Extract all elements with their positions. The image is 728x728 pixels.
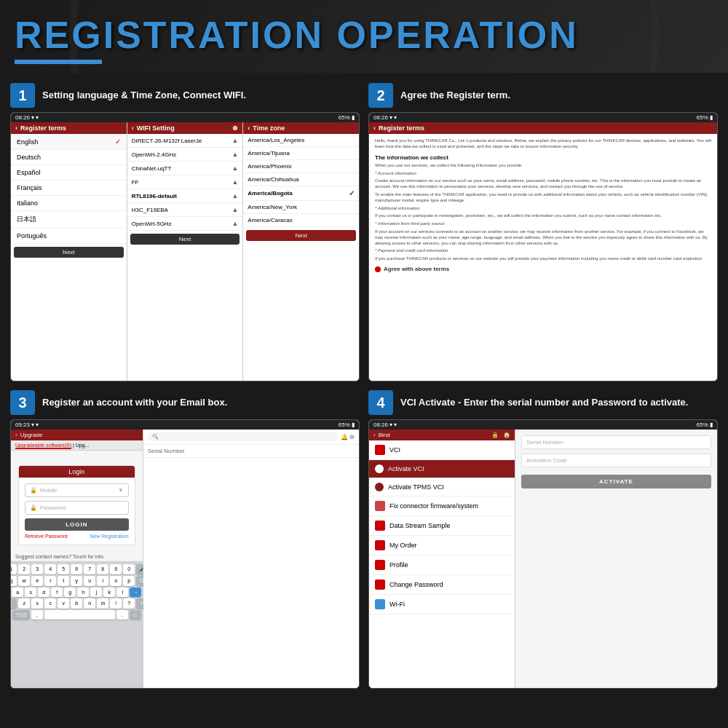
language-panel-header: ‹ Register terms bbox=[11, 122, 127, 134]
password-field[interactable]: 🔒 Password bbox=[25, 501, 129, 515]
kb-key-l[interactable]: l bbox=[116, 587, 128, 597]
kb-key-enter[interactable]: → bbox=[130, 587, 141, 597]
menu-item-activate-tpms[interactable]: Activate TPMS VCI bbox=[369, 478, 515, 496]
tz-item-3[interactable]: America/Phoenix bbox=[243, 160, 359, 173]
tz-item-6[interactable]: America/New_York bbox=[243, 201, 359, 214]
kb-key-period[interactable]: . bbox=[116, 610, 128, 620]
wifi-item-5[interactable]: RTL8196-default ▲ bbox=[127, 189, 243, 203]
lang-item-italiano[interactable]: Italiano bbox=[11, 196, 127, 211]
kb-key-r[interactable]: r bbox=[44, 576, 56, 586]
tz-next-button[interactable]: Next bbox=[246, 230, 356, 241]
terms-agree-row[interactable]: Agree with above terms bbox=[375, 265, 711, 273]
kb-key-d[interactable]: d bbox=[38, 587, 50, 597]
lang-item-english[interactable]: English ✓ bbox=[11, 134, 127, 150]
kb-key-space[interactable] bbox=[44, 610, 115, 620]
kb-key-c[interactable]: c bbox=[44, 598, 56, 609]
new-registration-link[interactable]: New Registration bbox=[90, 534, 128, 539]
kb-key-m[interactable]: m bbox=[97, 598, 108, 609]
tz-item-1[interactable]: America/Los_Angeles bbox=[243, 134, 359, 147]
kb-key-a[interactable]: a bbox=[12, 587, 23, 597]
kb-key-4[interactable]: 4 bbox=[44, 564, 56, 574]
kb-key-5[interactable]: 5 bbox=[58, 564, 69, 574]
wifi-item-3[interactable]: ChinaNet-uqTT ▲ bbox=[127, 162, 243, 175]
menu-item-vci[interactable]: VCI bbox=[369, 440, 515, 460]
kb-key-w[interactable]: w bbox=[18, 576, 30, 586]
wifi-item-6[interactable]: H3C_F19EBA ▲ bbox=[127, 203, 243, 217]
menu-item-activate-vci[interactable]: Activate VCI bbox=[369, 460, 515, 478]
kb-key-emoji[interactable]: ☺ bbox=[130, 610, 141, 620]
kb-key-u[interactable]: u bbox=[84, 576, 95, 586]
wifi-item-2[interactable]: OpenWrt-2.4GHz ▲ bbox=[127, 148, 243, 162]
login-modal-title: Login bbox=[19, 466, 135, 478]
kb-key-o[interactable]: o bbox=[110, 576, 122, 586]
wifi-next-button[interactable]: Next bbox=[130, 234, 240, 245]
kb-key-shift[interactable]: ⇧ bbox=[11, 598, 17, 609]
kb-key-j[interactable]: j bbox=[90, 587, 102, 597]
kb-key-9[interactable]: 9 bbox=[110, 564, 122, 574]
kb-key-n[interactable]: n bbox=[84, 598, 95, 609]
kb-key-y[interactable]: y bbox=[71, 576, 82, 586]
kb-key-3[interactable]: 3 bbox=[31, 564, 43, 574]
kb-key-v[interactable]: v bbox=[58, 598, 69, 609]
wifi-item-1[interactable]: DIRECT-26-M132f LaserJe ▲ bbox=[127, 134, 243, 148]
menu-item-fix-connector[interactable]: Fix connector firmware/system bbox=[369, 496, 515, 516]
language-list: English ✓ Deutsch Español Français bbox=[11, 134, 127, 381]
activation-code-field[interactable]: Activation Code bbox=[521, 454, 711, 467]
lang-item-deutsch[interactable]: Deutsch bbox=[11, 150, 127, 165]
lang-next-button[interactable]: Next bbox=[14, 247, 124, 258]
wifi-item-7[interactable]: OpenWrt-5GHz ▲ bbox=[127, 217, 243, 231]
lang-item-japanese[interactable]: 日本語 bbox=[11, 211, 127, 229]
step-3-cell: 3 Register an account with your Email bo… bbox=[6, 386, 364, 693]
lang-item-francais[interactable]: Français bbox=[11, 181, 127, 196]
kb-key-123[interactable]: ?123 bbox=[12, 610, 30, 620]
menu-item-wifi[interactable]: Wi-Fi bbox=[369, 595, 515, 614]
search-bar[interactable]: 🔍 bbox=[148, 432, 338, 441]
menu-item-data-stream[interactable]: Data Stream Sample bbox=[369, 516, 515, 536]
menu-item-change-password[interactable]: Change Password bbox=[369, 575, 515, 595]
serial-number-field[interactable]: Serial Number bbox=[521, 435, 711, 449]
terms-sub3-text: If you contact us or participate in inve… bbox=[375, 213, 711, 219]
wifi-item-4[interactable]: FF ▲ bbox=[127, 175, 243, 189]
kb-key-b[interactable]: b bbox=[71, 598, 82, 609]
kb-key-1[interactable]: 1 bbox=[11, 564, 17, 574]
retrieve-password-link[interactable]: Retrieve Password bbox=[25, 534, 68, 539]
tz-item-2[interactable]: America/Tijuana bbox=[243, 147, 359, 160]
kb-key-6[interactable]: 6 bbox=[71, 564, 82, 574]
kb-key-h[interactable]: h bbox=[77, 587, 89, 597]
kb-key-8[interactable]: 8 bbox=[97, 564, 108, 574]
step-4-device: 08:26 ▾ ▾ 65% ▮ ‹ Bind 🔒 🏠 bbox=[368, 419, 718, 689]
kb-key-7[interactable]: 7 bbox=[84, 564, 95, 574]
kb-key-g[interactable]: g bbox=[64, 587, 76, 597]
kb-key-i[interactable]: i bbox=[97, 576, 108, 586]
login-button[interactable]: LOGIN bbox=[25, 518, 129, 531]
upgrade-tab[interactable]: Upgradeable software(0) | Upg... bbox=[11, 440, 143, 451]
kb-key-q[interactable]: q bbox=[11, 576, 17, 586]
kb-key-comma[interactable]: , bbox=[31, 610, 43, 620]
kb-key-k[interactable]: k bbox=[103, 587, 115, 597]
kb-key-exclaim[interactable]: ! bbox=[110, 598, 122, 609]
kb-key-2[interactable]: 2 bbox=[18, 564, 30, 574]
step-4-cell: 4 VCI Activate - Enter the serial number… bbox=[364, 386, 722, 693]
tz-item-4[interactable]: America/Chihuahua bbox=[243, 173, 359, 186]
menu-item-profile[interactable]: Profile bbox=[369, 555, 515, 575]
kb-key-e[interactable]: e bbox=[31, 576, 43, 586]
step-3-number: 3 bbox=[10, 390, 35, 415]
lang-item-portugues[interactable]: Português bbox=[11, 229, 127, 244]
kb-key-p[interactable]: p bbox=[123, 576, 135, 586]
terms-sub5-text: If you purchase THINKCAR products or ser… bbox=[375, 256, 711, 262]
kb-key-z[interactable]: z bbox=[18, 598, 30, 609]
mobile-field[interactable]: 🔒 Mobile ▼ bbox=[25, 483, 129, 497]
kb-key-f[interactable]: f bbox=[51, 587, 63, 597]
timezone-panel: ‹ Time zone America/Los_Angeles America/… bbox=[243, 122, 359, 381]
menu-item-my-order[interactable]: My Order bbox=[369, 536, 515, 555]
tz-item-7[interactable]: America/Caracas bbox=[243, 214, 359, 227]
lang-item-espanol[interactable]: Español bbox=[11, 165, 127, 181]
kb-key-s[interactable]: s bbox=[25, 587, 36, 597]
activate-button[interactable]: ACTIVATE bbox=[521, 475, 711, 488]
kb-key-t[interactable]: t bbox=[58, 576, 69, 586]
kb-key-question[interactable]: ? bbox=[123, 598, 135, 609]
terms-sub2-text: To enable the main features of the THINK… bbox=[375, 192, 711, 204]
kb-key-0[interactable]: 0 bbox=[123, 564, 135, 574]
kb-key-x[interactable]: x bbox=[31, 598, 43, 609]
tz-item-5-selected[interactable]: America/Bogota ✓ bbox=[243, 186, 359, 201]
